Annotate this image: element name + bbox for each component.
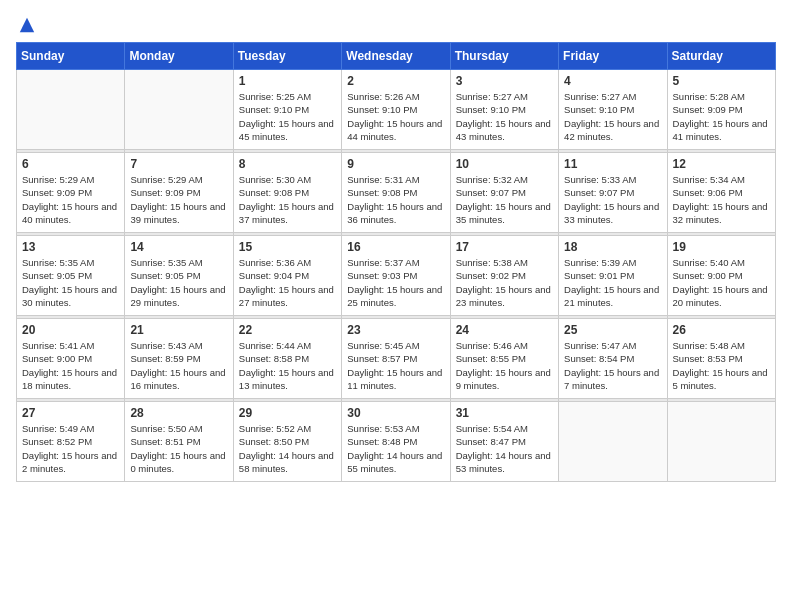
calendar-day-cell: 10Sunrise: 5:32 AM Sunset: 9:07 PM Dayli… <box>450 153 558 233</box>
day-number: 6 <box>22 157 119 171</box>
day-number: 31 <box>456 406 553 420</box>
day-info: Sunrise: 5:36 AM Sunset: 9:04 PM Dayligh… <box>239 256 336 309</box>
logo-icon <box>18 16 36 34</box>
day-number: 27 <box>22 406 119 420</box>
day-info: Sunrise: 5:47 AM Sunset: 8:54 PM Dayligh… <box>564 339 661 392</box>
day-number: 2 <box>347 74 444 88</box>
logo <box>16 16 36 30</box>
calendar-day-cell: 13Sunrise: 5:35 AM Sunset: 9:05 PM Dayli… <box>17 236 125 316</box>
calendar-week-row: 13Sunrise: 5:35 AM Sunset: 9:05 PM Dayli… <box>17 236 776 316</box>
day-of-week-header: Monday <box>125 43 233 70</box>
day-info: Sunrise: 5:46 AM Sunset: 8:55 PM Dayligh… <box>456 339 553 392</box>
calendar-table: SundayMondayTuesdayWednesdayThursdayFrid… <box>16 42 776 482</box>
day-number: 10 <box>456 157 553 171</box>
day-of-week-header: Thursday <box>450 43 558 70</box>
day-info: Sunrise: 5:40 AM Sunset: 9:00 PM Dayligh… <box>673 256 770 309</box>
calendar-day-cell: 31Sunrise: 5:54 AM Sunset: 8:47 PM Dayli… <box>450 402 558 482</box>
calendar-header-row: SundayMondayTuesdayWednesdayThursdayFrid… <box>17 43 776 70</box>
calendar-day-cell <box>559 402 667 482</box>
calendar-day-cell: 25Sunrise: 5:47 AM Sunset: 8:54 PM Dayli… <box>559 319 667 399</box>
day-info: Sunrise: 5:41 AM Sunset: 9:00 PM Dayligh… <box>22 339 119 392</box>
day-info: Sunrise: 5:32 AM Sunset: 9:07 PM Dayligh… <box>456 173 553 226</box>
day-info: Sunrise: 5:49 AM Sunset: 8:52 PM Dayligh… <box>22 422 119 475</box>
day-info: Sunrise: 5:31 AM Sunset: 9:08 PM Dayligh… <box>347 173 444 226</box>
day-number: 18 <box>564 240 661 254</box>
day-info: Sunrise: 5:25 AM Sunset: 9:10 PM Dayligh… <box>239 90 336 143</box>
day-info: Sunrise: 5:27 AM Sunset: 9:10 PM Dayligh… <box>456 90 553 143</box>
day-number: 24 <box>456 323 553 337</box>
calendar-day-cell: 15Sunrise: 5:36 AM Sunset: 9:04 PM Dayli… <box>233 236 341 316</box>
day-info: Sunrise: 5:43 AM Sunset: 8:59 PM Dayligh… <box>130 339 227 392</box>
calendar-day-cell: 17Sunrise: 5:38 AM Sunset: 9:02 PM Dayli… <box>450 236 558 316</box>
day-number: 7 <box>130 157 227 171</box>
calendar-day-cell: 28Sunrise: 5:50 AM Sunset: 8:51 PM Dayli… <box>125 402 233 482</box>
calendar-day-cell: 16Sunrise: 5:37 AM Sunset: 9:03 PM Dayli… <box>342 236 450 316</box>
calendar-day-cell: 11Sunrise: 5:33 AM Sunset: 9:07 PM Dayli… <box>559 153 667 233</box>
day-info: Sunrise: 5:27 AM Sunset: 9:10 PM Dayligh… <box>564 90 661 143</box>
day-info: Sunrise: 5:38 AM Sunset: 9:02 PM Dayligh… <box>456 256 553 309</box>
day-info: Sunrise: 5:34 AM Sunset: 9:06 PM Dayligh… <box>673 173 770 226</box>
day-number: 3 <box>456 74 553 88</box>
day-info: Sunrise: 5:29 AM Sunset: 9:09 PM Dayligh… <box>22 173 119 226</box>
calendar-day-cell <box>17 70 125 150</box>
calendar-day-cell: 24Sunrise: 5:46 AM Sunset: 8:55 PM Dayli… <box>450 319 558 399</box>
day-number: 4 <box>564 74 661 88</box>
day-info: Sunrise: 5:53 AM Sunset: 8:48 PM Dayligh… <box>347 422 444 475</box>
calendar-day-cell: 26Sunrise: 5:48 AM Sunset: 8:53 PM Dayli… <box>667 319 775 399</box>
day-number: 29 <box>239 406 336 420</box>
svg-marker-0 <box>20 18 34 32</box>
calendar-day-cell: 5Sunrise: 5:28 AM Sunset: 9:09 PM Daylig… <box>667 70 775 150</box>
day-number: 8 <box>239 157 336 171</box>
calendar-week-row: 27Sunrise: 5:49 AM Sunset: 8:52 PM Dayli… <box>17 402 776 482</box>
day-number: 9 <box>347 157 444 171</box>
day-of-week-header: Friday <box>559 43 667 70</box>
day-number: 19 <box>673 240 770 254</box>
page-header <box>16 16 776 30</box>
day-info: Sunrise: 5:54 AM Sunset: 8:47 PM Dayligh… <box>456 422 553 475</box>
calendar-day-cell: 19Sunrise: 5:40 AM Sunset: 9:00 PM Dayli… <box>667 236 775 316</box>
day-number: 21 <box>130 323 227 337</box>
day-info: Sunrise: 5:50 AM Sunset: 8:51 PM Dayligh… <box>130 422 227 475</box>
day-number: 1 <box>239 74 336 88</box>
calendar-day-cell: 1Sunrise: 5:25 AM Sunset: 9:10 PM Daylig… <box>233 70 341 150</box>
day-number: 13 <box>22 240 119 254</box>
day-info: Sunrise: 5:26 AM Sunset: 9:10 PM Dayligh… <box>347 90 444 143</box>
calendar-day-cell: 7Sunrise: 5:29 AM Sunset: 9:09 PM Daylig… <box>125 153 233 233</box>
day-info: Sunrise: 5:48 AM Sunset: 8:53 PM Dayligh… <box>673 339 770 392</box>
day-number: 20 <box>22 323 119 337</box>
day-number: 23 <box>347 323 444 337</box>
day-info: Sunrise: 5:52 AM Sunset: 8:50 PM Dayligh… <box>239 422 336 475</box>
calendar-day-cell: 21Sunrise: 5:43 AM Sunset: 8:59 PM Dayli… <box>125 319 233 399</box>
day-number: 28 <box>130 406 227 420</box>
calendar-week-row: 6Sunrise: 5:29 AM Sunset: 9:09 PM Daylig… <box>17 153 776 233</box>
calendar-day-cell: 23Sunrise: 5:45 AM Sunset: 8:57 PM Dayli… <box>342 319 450 399</box>
calendar-day-cell: 9Sunrise: 5:31 AM Sunset: 9:08 PM Daylig… <box>342 153 450 233</box>
calendar-day-cell: 12Sunrise: 5:34 AM Sunset: 9:06 PM Dayli… <box>667 153 775 233</box>
day-info: Sunrise: 5:35 AM Sunset: 9:05 PM Dayligh… <box>130 256 227 309</box>
calendar-day-cell: 30Sunrise: 5:53 AM Sunset: 8:48 PM Dayli… <box>342 402 450 482</box>
day-info: Sunrise: 5:44 AM Sunset: 8:58 PM Dayligh… <box>239 339 336 392</box>
day-number: 15 <box>239 240 336 254</box>
calendar-day-cell: 18Sunrise: 5:39 AM Sunset: 9:01 PM Dayli… <box>559 236 667 316</box>
calendar-day-cell <box>667 402 775 482</box>
day-number: 25 <box>564 323 661 337</box>
calendar-day-cell: 4Sunrise: 5:27 AM Sunset: 9:10 PM Daylig… <box>559 70 667 150</box>
calendar-day-cell: 20Sunrise: 5:41 AM Sunset: 9:00 PM Dayli… <box>17 319 125 399</box>
day-info: Sunrise: 5:35 AM Sunset: 9:05 PM Dayligh… <box>22 256 119 309</box>
day-number: 12 <box>673 157 770 171</box>
day-info: Sunrise: 5:28 AM Sunset: 9:09 PM Dayligh… <box>673 90 770 143</box>
calendar-day-cell: 3Sunrise: 5:27 AM Sunset: 9:10 PM Daylig… <box>450 70 558 150</box>
day-info: Sunrise: 5:37 AM Sunset: 9:03 PM Dayligh… <box>347 256 444 309</box>
day-number: 16 <box>347 240 444 254</box>
day-info: Sunrise: 5:45 AM Sunset: 8:57 PM Dayligh… <box>347 339 444 392</box>
calendar-day-cell: 6Sunrise: 5:29 AM Sunset: 9:09 PM Daylig… <box>17 153 125 233</box>
day-number: 11 <box>564 157 661 171</box>
day-of-week-header: Sunday <box>17 43 125 70</box>
calendar-week-row: 1Sunrise: 5:25 AM Sunset: 9:10 PM Daylig… <box>17 70 776 150</box>
day-number: 26 <box>673 323 770 337</box>
day-number: 22 <box>239 323 336 337</box>
calendar-day-cell: 2Sunrise: 5:26 AM Sunset: 9:10 PM Daylig… <box>342 70 450 150</box>
calendar-week-row: 20Sunrise: 5:41 AM Sunset: 9:00 PM Dayli… <box>17 319 776 399</box>
day-of-week-header: Tuesday <box>233 43 341 70</box>
calendar-day-cell: 27Sunrise: 5:49 AM Sunset: 8:52 PM Dayli… <box>17 402 125 482</box>
